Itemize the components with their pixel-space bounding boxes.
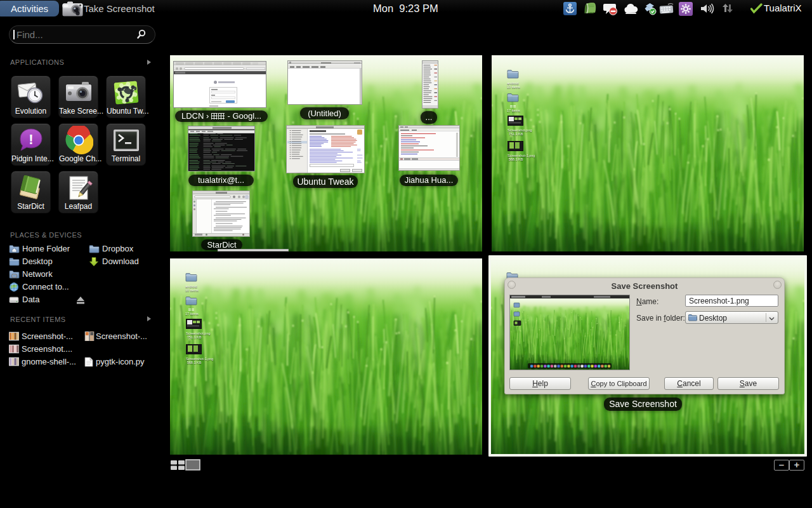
svg-text:!: ! xyxy=(29,131,33,147)
